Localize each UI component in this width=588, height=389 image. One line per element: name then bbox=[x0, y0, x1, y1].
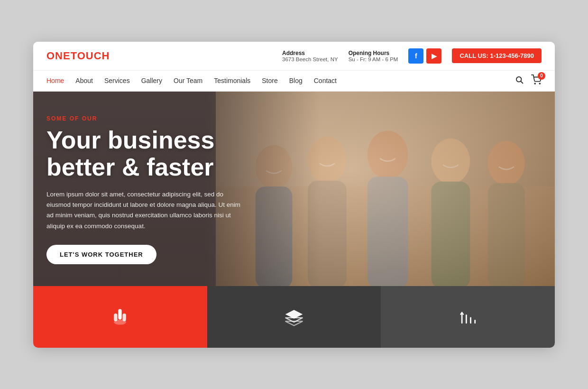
nav-item-services[interactable]: Services bbox=[104, 76, 130, 85]
svg-rect-17 bbox=[119, 309, 122, 319]
nav-right: 0 bbox=[515, 74, 542, 87]
hero-cta-button[interactable]: LET'S WORK TOGETHER bbox=[46, 245, 156, 264]
svg-point-15 bbox=[488, 140, 525, 185]
hero-title-line1: Your business bbox=[46, 126, 214, 154]
svg-line-1 bbox=[521, 81, 523, 83]
cart-badge: 0 bbox=[538, 72, 545, 80]
top-bar: ONETOUCH Address 3673 Beech Street, NY O… bbox=[33, 42, 555, 71]
facebook-button[interactable]: f bbox=[408, 48, 423, 64]
hero-description: Lorem ipsum dolor sit amet, consectetur … bbox=[46, 189, 246, 232]
call-button[interactable]: CALL US: 1-123-456-7890 bbox=[452, 48, 542, 63]
nav-item-home[interactable]: Home bbox=[46, 76, 64, 85]
hours-value: Su - Fr: 9 AM - 6 PM bbox=[349, 56, 398, 62]
nav-item-gallery[interactable]: Gallery bbox=[141, 76, 162, 85]
logo: ONETOUCH bbox=[46, 50, 110, 62]
address-value: 3673 Beech Street, NY bbox=[282, 56, 338, 62]
nav-item-store[interactable]: Store bbox=[262, 76, 277, 85]
hours-label: Opening Hours bbox=[349, 50, 398, 56]
nav-links: Home About Services Gallery Our Team Tes… bbox=[46, 76, 337, 85]
touch-icon bbox=[110, 306, 130, 327]
svg-rect-16 bbox=[488, 183, 525, 286]
top-info: Address 3673 Beech Street, NY Opening Ho… bbox=[282, 50, 398, 62]
svg-point-11 bbox=[368, 130, 408, 179]
svg-point-20 bbox=[114, 319, 126, 324]
logo-one: ONE bbox=[46, 50, 71, 62]
social-icons: f ▶ bbox=[408, 48, 441, 64]
layers-icon bbox=[284, 306, 304, 327]
svg-point-2 bbox=[534, 83, 535, 84]
youtube-button[interactable]: ▶ bbox=[426, 48, 441, 64]
hero-title: Your business better & faster bbox=[46, 127, 246, 181]
top-right: Address 3673 Beech Street, NY Opening Ho… bbox=[282, 48, 542, 64]
search-button[interactable] bbox=[515, 75, 524, 86]
card-touch[interactable] bbox=[33, 286, 207, 348]
address-label: Address bbox=[282, 50, 338, 56]
sort-icon bbox=[458, 306, 478, 327]
hero-section: SOME OF OUR Your business better & faste… bbox=[33, 92, 555, 286]
nav-item-our-team[interactable]: Our Team bbox=[174, 76, 202, 85]
logo-touch: TOUCH bbox=[71, 50, 110, 62]
svg-point-0 bbox=[516, 77, 522, 82]
svg-point-13 bbox=[432, 138, 470, 184]
hero-subtitle: SOME OF OUR bbox=[46, 115, 246, 122]
card-sort[interactable] bbox=[381, 286, 555, 348]
cart-button[interactable]: 0 bbox=[531, 74, 542, 87]
search-icon bbox=[515, 75, 524, 84]
bottom-cards bbox=[33, 286, 555, 348]
hero-content: SOME OF OUR Your business better & faste… bbox=[46, 115, 246, 264]
nav-item-testimonials[interactable]: Testimonials bbox=[214, 76, 250, 85]
svg-rect-14 bbox=[432, 181, 470, 286]
card-layers[interactable] bbox=[207, 286, 381, 348]
nav-item-blog[interactable]: Blog bbox=[289, 76, 303, 85]
address-block: Address 3673 Beech Street, NY bbox=[282, 50, 338, 62]
nav-bar: Home About Services Gallery Our Team Tes… bbox=[33, 71, 555, 92]
svg-point-3 bbox=[539, 83, 540, 84]
browser-window: ONETOUCH Address 3673 Beech Street, NY O… bbox=[33, 42, 555, 348]
nav-item-about[interactable]: About bbox=[75, 76, 93, 85]
nav-item-contact[interactable]: Contact bbox=[314, 76, 337, 85]
hero-title-line2: better & faster bbox=[46, 153, 214, 181]
svg-rect-12 bbox=[368, 176, 408, 286]
hours-block: Opening Hours Su - Fr: 9 AM - 6 PM bbox=[349, 50, 398, 62]
